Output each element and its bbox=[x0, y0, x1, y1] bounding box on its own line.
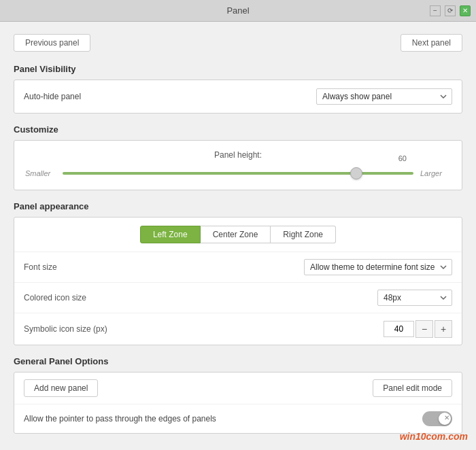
main-content: Previous panel Next panel Panel Visibili… bbox=[0, 22, 476, 450]
panel-visibility-card: Auto-hide panel Always show panel Autohi… bbox=[14, 80, 462, 114]
next-panel-button[interactable]: Next panel bbox=[401, 34, 462, 52]
window-title: Panel bbox=[226, 5, 249, 16]
toggle-x-icon: ✕ bbox=[444, 414, 449, 421]
minimize-button[interactable]: − bbox=[430, 5, 441, 16]
colored-icon-label: Colored icon size bbox=[24, 293, 377, 302]
general-buttons-row: Add new panel Panel edit mode bbox=[14, 373, 462, 404]
nav-buttons: Previous panel Next panel bbox=[14, 34, 462, 52]
colored-icon-select[interactable]: 48px 32px 24px 16px bbox=[377, 290, 452, 306]
colored-icon-control: 48px 32px 24px 16px bbox=[377, 290, 452, 306]
panel-height-label: Panel height: bbox=[25, 150, 451, 160]
title-bar: Panel − ⟳ ✕ bbox=[0, 0, 476, 22]
previous-panel-button[interactable]: Previous panel bbox=[14, 34, 90, 52]
autohide-label: Auto-hide panel bbox=[24, 92, 316, 101]
symbolic-icon-label: Symbolic icon size (px) bbox=[24, 324, 384, 334]
left-zone-tab[interactable]: Left Zone bbox=[140, 226, 201, 243]
font-size-select[interactable]: Allow theme to determine font size Small… bbox=[304, 259, 452, 275]
panel-appearance-card: Left Zone Center Zone Right Zone Font si… bbox=[14, 217, 462, 345]
symbolic-icon-size-row: Symbolic icon size (px) 40 − + bbox=[14, 313, 462, 345]
autohide-row: Auto-hide panel Always show panel Autohi… bbox=[14, 80, 462, 113]
general-options-card: Add new panel Panel edit mode Allow the … bbox=[14, 372, 462, 434]
window-controls: − ⟳ ✕ bbox=[430, 5, 471, 16]
close-button[interactable]: ✕ bbox=[460, 5, 471, 16]
right-zone-tab[interactable]: Right Zone bbox=[271, 226, 336, 243]
pointer-label: Allow the pointer to pass through the ed… bbox=[24, 414, 422, 423]
pointer-toggle[interactable]: ✕ bbox=[422, 411, 452, 426]
restore-button[interactable]: ⟳ bbox=[445, 5, 456, 16]
font-size-control: Allow theme to determine font size Small… bbox=[304, 259, 452, 275]
symbolic-icon-decrease-button[interactable]: − bbox=[415, 320, 433, 338]
center-zone-tab[interactable]: Center Zone bbox=[201, 226, 271, 243]
zone-tabs: Left Zone Center Zone Right Zone bbox=[14, 218, 462, 252]
smaller-label: Smaller bbox=[25, 169, 56, 177]
larger-label: Larger bbox=[420, 169, 451, 177]
font-size-label: Font size bbox=[24, 262, 304, 272]
show-panel-control: Always show panel Autohide panel Dodge w… bbox=[316, 88, 452, 105]
panel-height-slider-container: 60 bbox=[63, 167, 413, 180]
panel-height-container: Panel height: Smaller 60 Larger bbox=[14, 141, 462, 190]
slider-value-label: 60 bbox=[398, 154, 407, 162]
panel-visibility-title: Panel Visibility bbox=[14, 64, 462, 74]
always-show-panel-select[interactable]: Always show panel Autohide panel Dodge w… bbox=[316, 88, 452, 105]
symbolic-icon-increase-button[interactable]: + bbox=[435, 320, 452, 338]
add-new-panel-button[interactable]: Add new panel bbox=[24, 379, 98, 397]
watermark: win10com.com bbox=[400, 431, 468, 442]
customize-card: Panel height: Smaller 60 Larger bbox=[14, 140, 462, 190]
panel-appearance-title: Panel appearance bbox=[14, 201, 462, 211]
slider-row: Smaller 60 Larger bbox=[25, 167, 451, 180]
customize-title: Customize bbox=[14, 124, 462, 135]
colored-icon-size-row: Colored icon size 48px 32px 24px 16px bbox=[14, 283, 462, 313]
font-size-row: Font size Allow theme to determine font … bbox=[14, 252, 462, 283]
panel-edit-mode-button[interactable]: Panel edit mode bbox=[373, 379, 452, 397]
pointer-toggle-row: Allow the pointer to pass through the ed… bbox=[14, 404, 462, 433]
symbolic-icon-input[interactable]: 40 bbox=[384, 321, 414, 337]
panel-height-slider[interactable] bbox=[63, 172, 413, 175]
general-options-title: General Panel Options bbox=[14, 356, 462, 366]
symbolic-icon-stepper: 40 − + bbox=[384, 320, 452, 338]
